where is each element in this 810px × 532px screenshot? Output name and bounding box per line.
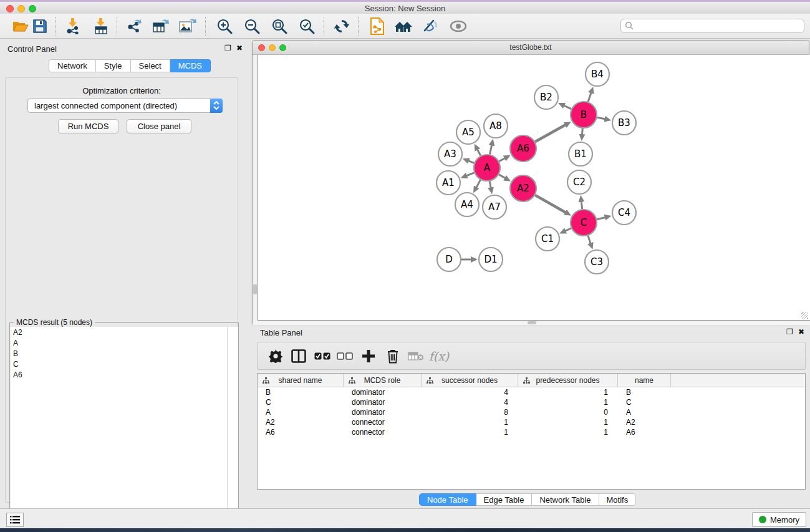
new-network-from-selection-icon[interactable] bbox=[367, 16, 388, 36]
graph-node-C2[interactable]: C2 bbox=[567, 170, 591, 194]
graph-node-C4[interactable]: C4 bbox=[612, 201, 636, 225]
graph-edge-A-A2[interactable] bbox=[499, 175, 506, 179]
table-cell[interactable]: dominator bbox=[344, 407, 422, 417]
table-cell[interactable]: A2 bbox=[258, 417, 344, 427]
zoom-out-icon[interactable] bbox=[241, 16, 263, 36]
open-file-icon[interactable] bbox=[10, 16, 31, 36]
graph-edge-B-B1[interactable] bbox=[582, 128, 582, 136]
graph-edge-C-C4[interactable] bbox=[597, 217, 606, 220]
function-builder-icon[interactable]: f(x) bbox=[428, 346, 450, 366]
graph-edge-A-A5[interactable] bbox=[477, 148, 481, 156]
table-cell[interactable]: 1 bbox=[518, 397, 618, 407]
tab-motifs[interactable]: Motifs bbox=[599, 493, 637, 506]
scrollbar-thumb[interactable] bbox=[528, 321, 536, 324]
graph-node-D[interactable]: D bbox=[437, 248, 461, 271]
graph-edge-A-A4[interactable] bbox=[476, 180, 481, 188]
tab-mcds[interactable]: MCDS bbox=[170, 59, 211, 72]
table-cell[interactable]: A bbox=[258, 407, 344, 417]
graph-edge-A-A7[interactable] bbox=[489, 181, 491, 190]
show-columns-icon[interactable] bbox=[288, 346, 309, 366]
network-canvas[interactable]: B4B2BB3A8A5A6B1A3AC2A1A2A4A7C4CC1C3DD1 bbox=[258, 55, 810, 321]
float-window-icon[interactable]: ❐ bbox=[786, 327, 793, 336]
tab-style[interactable]: Style bbox=[96, 59, 131, 72]
table-cell[interactable]: connector bbox=[344, 417, 422, 427]
search-field[interactable] bbox=[620, 19, 804, 33]
table-row[interactable]: Adominator80A bbox=[258, 407, 805, 417]
deselect-all-checkboxes-icon[interactable] bbox=[334, 346, 355, 366]
refresh-layout-icon[interactable] bbox=[331, 16, 352, 36]
import-network-icon[interactable] bbox=[62, 16, 84, 36]
column-header-successor-nodes[interactable]: successor nodes bbox=[422, 374, 518, 387]
window-resize-grip[interactable] bbox=[801, 312, 808, 319]
export-image-icon[interactable] bbox=[177, 16, 198, 36]
graph-node-C3[interactable]: C3 bbox=[585, 250, 609, 274]
table-row[interactable]: Bdominator41B bbox=[258, 387, 805, 397]
table-cell[interactable]: dominator bbox=[344, 387, 422, 397]
graph-node-B1[interactable]: B1 bbox=[569, 142, 592, 166]
graph-node-A2[interactable]: A2 bbox=[510, 175, 536, 201]
graph-edge-C-C3[interactable] bbox=[588, 236, 591, 245]
zoom-in-icon[interactable] bbox=[214, 16, 235, 36]
network-window-titlebar[interactable]: testGlobe.txt bbox=[253, 41, 809, 55]
add-column-icon[interactable] bbox=[358, 346, 379, 366]
table-row[interactable]: A6connector11A6 bbox=[258, 427, 805, 437]
column-header-shared-name[interactable]: shared name bbox=[258, 374, 344, 387]
graph-edge-C-C1[interactable] bbox=[564, 228, 571, 231]
table-cell[interactable]: 1 bbox=[422, 427, 518, 437]
zoom-selected-icon[interactable] bbox=[296, 16, 317, 36]
table-row[interactable]: A2connector11A2 bbox=[258, 417, 805, 427]
close-panel-button[interactable]: Close panel bbox=[127, 119, 191, 133]
delete-column-icon[interactable] bbox=[382, 346, 403, 366]
table-cell[interactable]: 8 bbox=[422, 407, 518, 417]
table-cell[interactable]: A bbox=[618, 407, 671, 417]
table-cell[interactable]: C bbox=[618, 397, 671, 407]
close-panel-icon[interactable]: ✖ bbox=[236, 44, 243, 52]
scrollbar-thumb[interactable] bbox=[253, 284, 257, 294]
delete-table-icon[interactable] bbox=[405, 346, 427, 366]
tab-edge-table[interactable]: Edge Table bbox=[476, 493, 533, 506]
table-row[interactable]: Cdominator41C bbox=[258, 397, 805, 407]
zoom-fit-icon[interactable] bbox=[269, 16, 290, 36]
show-panel-list-button[interactable] bbox=[6, 513, 24, 527]
table-cell[interactable]: 1 bbox=[422, 417, 518, 427]
save-session-icon[interactable] bbox=[29, 16, 51, 36]
graph-node-A7[interactable]: A7 bbox=[483, 195, 506, 219]
table-cell[interactable]: B bbox=[618, 387, 671, 397]
column-header-name[interactable]: name bbox=[618, 374, 671, 387]
tab-network[interactable]: Network bbox=[49, 59, 96, 72]
table-cell[interactable]: B bbox=[258, 387, 344, 397]
table-cell[interactable]: C bbox=[258, 397, 344, 407]
memory-button[interactable]: Memory bbox=[752, 512, 806, 527]
graph-node-A6[interactable]: A6 bbox=[510, 135, 536, 162]
home-layout-icon[interactable] bbox=[393, 16, 414, 36]
eye-icon[interactable] bbox=[448, 16, 469, 36]
graph-node-A1[interactable]: A1 bbox=[436, 171, 460, 195]
mcds-result-item[interactable]: C bbox=[11, 359, 227, 369]
table-cell[interactable]: dominator bbox=[344, 397, 422, 407]
network-graph[interactable]: B4B2BB3A8A5A6B1A3AC2A1A2A4A7C4CC1C3DD1 bbox=[258, 55, 810, 321]
mcds-result-item[interactable]: A6 bbox=[11, 369, 227, 380]
table-cell[interactable]: 0 bbox=[518, 407, 618, 417]
graph-edge-A-A6[interactable] bbox=[499, 158, 506, 162]
graph-node-A3[interactable]: A3 bbox=[438, 142, 462, 166]
network-horizontal-scrollbar[interactable] bbox=[253, 321, 810, 325]
float-window-icon[interactable]: ❐ bbox=[224, 44, 231, 52]
table-cell[interactable]: 1 bbox=[518, 427, 618, 437]
mcds-result-item[interactable]: A bbox=[11, 337, 227, 348]
show-hide-graphics-icon[interactable] bbox=[420, 16, 441, 36]
graph-edge-A6-B[interactable] bbox=[535, 124, 567, 142]
graph-edge-A2-C[interactable] bbox=[535, 195, 567, 213]
table-cell[interactable]: 4 bbox=[422, 397, 518, 407]
graph-node-A[interactable]: A bbox=[474, 155, 500, 181]
export-table-icon[interactable] bbox=[150, 16, 171, 36]
run-mcds-button[interactable]: Run MCDS bbox=[58, 119, 118, 133]
graph-node-A5[interactable]: A5 bbox=[456, 120, 480, 144]
table-cell[interactable]: A2 bbox=[618, 417, 671, 427]
graph-node-B4[interactable]: B4 bbox=[586, 62, 609, 86]
table-settings-gear-icon[interactable] bbox=[265, 346, 286, 366]
table-cell[interactable]: A6 bbox=[618, 427, 671, 437]
graph-edge-B-B4[interactable] bbox=[588, 91, 592, 102]
tab-network-table[interactable]: Network Table bbox=[532, 493, 599, 506]
table-cell[interactable]: connector bbox=[344, 427, 422, 437]
table-cell[interactable]: 1 bbox=[518, 417, 618, 427]
